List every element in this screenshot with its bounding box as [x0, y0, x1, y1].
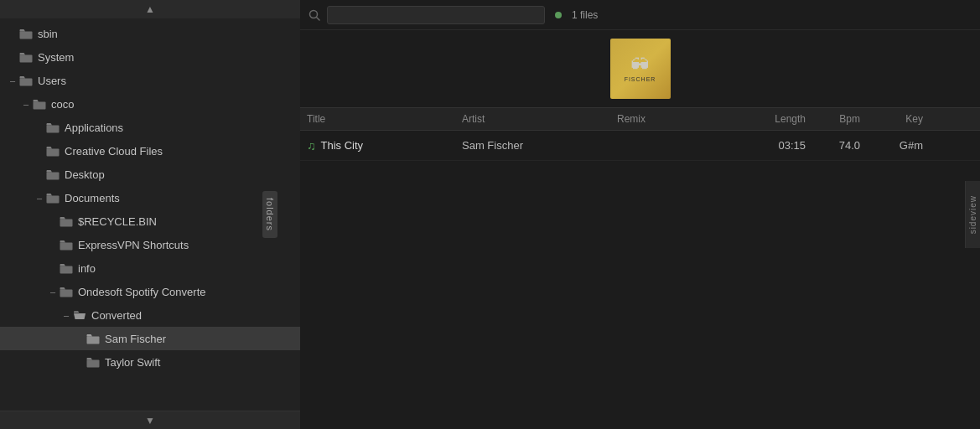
- tree-item-label: System: [38, 51, 74, 64]
- tree-item-label: Converted: [91, 309, 142, 322]
- folder-icon: [45, 145, 60, 157]
- folder-icon: [86, 333, 101, 344]
- folder-icon: [59, 262, 74, 274]
- scroll-down-icon: ▼: [145, 415, 155, 426]
- toggle-icon: –: [7, 75, 18, 85]
- tree-item-sbin[interactable]: sbin: [0, 22, 300, 45]
- svg-rect-8: [60, 219, 73, 226]
- scroll-down-button[interactable]: ▼: [0, 411, 300, 429]
- main-area: 1 files 🕶 FISCHER Title Artist Remix Len…: [300, 0, 980, 429]
- album-art-area: 🕶 FISCHER: [300, 30, 980, 107]
- folder-icon: [45, 168, 60, 180]
- folder-icon: [45, 192, 60, 204]
- tree-item-applications[interactable]: Applications: [0, 116, 300, 139]
- tree-item-label: ExpressVPN Shortcuts: [78, 239, 189, 251]
- sideview-label: sideview: [968, 195, 977, 234]
- table-row[interactable]: ♫ This City Sam Fischer 03:15 74.0 G#m: [300, 131, 980, 161]
- track-table: Title Artist Remix Length Bpm Key ♫ This…: [300, 107, 980, 429]
- tree-item-system[interactable]: System: [0, 45, 300, 69]
- table-header: Title Artist Remix Length Bpm Key: [300, 107, 980, 131]
- svg-rect-13: [87, 359, 100, 367]
- col-header-length: Length: [751, 113, 822, 125]
- tree-item-label: coco: [51, 98, 74, 111]
- folder-icon: [59, 215, 74, 227]
- search-input[interactable]: [327, 6, 545, 24]
- tree-item-label: Documents: [65, 192, 120, 204]
- col-header-bpm: Bpm: [822, 113, 873, 125]
- svg-rect-0: [20, 31, 33, 39]
- status-dot: [555, 12, 562, 18]
- folder-icon: [59, 286, 74, 297]
- svg-rect-9: [60, 242, 73, 250]
- album-art: 🕶 FISCHER: [610, 39, 671, 99]
- album-label: FISCHER: [625, 76, 656, 82]
- tree-item-creative-cloud[interactable]: Creative Cloud Files: [0, 139, 300, 163]
- tree-item-label: $RECYCLE.BIN: [78, 215, 157, 228]
- col-header-key: Key: [873, 113, 923, 125]
- search-icon: [309, 9, 320, 21]
- file-tree: sbin System– Users– coco Applications Cr…: [0, 18, 300, 411]
- toggle-icon: –: [60, 310, 72, 320]
- tree-item-label: Desktop: [65, 168, 105, 181]
- tree-item-documents[interactable]: – Documents: [0, 186, 300, 209]
- col-header-remix: Remix: [617, 113, 751, 125]
- toggle-icon: –: [34, 193, 45, 203]
- folder-icon: [86, 356, 101, 368]
- cell-length: 03:15: [751, 139, 822, 152]
- cell-artist: Sam Fischer: [462, 139, 617, 152]
- sideview-tab[interactable]: sideview: [965, 181, 980, 248]
- file-count: 1 files: [572, 9, 598, 21]
- tree-item-ondesoft[interactable]: – Ondesoft Spotify Converte: [0, 280, 300, 303]
- svg-rect-2: [20, 78, 33, 85]
- tree-item-label: Sam Fischer: [105, 333, 166, 345]
- toggle-icon: –: [20, 99, 32, 109]
- tree-item-label: Taylor Swift: [105, 356, 160, 369]
- tree-item-taylor-swift[interactable]: Taylor Swift: [0, 350, 300, 374]
- svg-rect-1: [20, 54, 33, 62]
- folder-icon: [59, 239, 74, 251]
- album-art-graphic: 🕶: [625, 56, 656, 75]
- tree-item-expressvpn[interactable]: ExpressVPN Shortcuts: [0, 233, 300, 256]
- svg-rect-5: [47, 148, 60, 156]
- cell-bpm: 74.0: [822, 139, 873, 152]
- tree-item-converted[interactable]: – Converted: [0, 303, 300, 327]
- tree-item-label: info: [78, 262, 96, 275]
- folder-icon: [32, 98, 47, 110]
- tree-item-users[interactable]: – Users: [0, 69, 300, 92]
- scroll-up-icon: ▲: [145, 3, 155, 15]
- tree-item-label: Creative Cloud Files: [65, 145, 163, 158]
- top-bar: 1 files: [300, 0, 980, 30]
- track-title: This City: [321, 139, 364, 152]
- svg-rect-4: [47, 125, 60, 132]
- music-note-icon: ♫: [307, 139, 316, 152]
- tree-item-label: Applications: [65, 121, 123, 134]
- svg-rect-12: [87, 336, 100, 344]
- col-header-artist: Artist: [462, 113, 617, 125]
- svg-rect-6: [47, 172, 60, 179]
- svg-rect-3: [34, 101, 46, 109]
- tree-item-coco[interactable]: – coco: [0, 92, 300, 116]
- svg-rect-10: [60, 266, 73, 273]
- scroll-up-button[interactable]: ▲: [0, 0, 300, 18]
- cell-title: ♫ This City: [307, 139, 462, 152]
- folder-icon: [72, 309, 87, 321]
- svg-rect-7: [47, 195, 60, 203]
- tree-item-recycle-bin[interactable]: $RECYCLE.BIN: [0, 209, 300, 233]
- tree-item-label: Users: [38, 75, 66, 87]
- tree-item-info[interactable]: info: [0, 256, 300, 280]
- tree-item-label: sbin: [38, 28, 58, 40]
- left-panel: ▲ sbin System– Users– coco Applications …: [0, 0, 300, 429]
- table-body: ♫ This City Sam Fischer 03:15 74.0 G#m: [300, 131, 980, 429]
- folder-icon: [18, 28, 34, 39]
- col-header-title: Title: [307, 113, 462, 125]
- svg-line-15: [317, 17, 320, 20]
- tree-item-sam-fischer[interactable]: Sam Fischer: [0, 327, 300, 350]
- tree-item-label: Ondesoft Spotify Converte: [78, 286, 205, 298]
- folder-icon: [18, 75, 34, 86]
- tree-item-desktop[interactable]: Desktop: [0, 163, 300, 186]
- svg-rect-11: [60, 289, 73, 297]
- cell-key: G#m: [873, 139, 923, 152]
- folder-icon: [18, 51, 34, 63]
- toggle-icon: –: [47, 287, 59, 297]
- folder-icon: [45, 121, 60, 133]
